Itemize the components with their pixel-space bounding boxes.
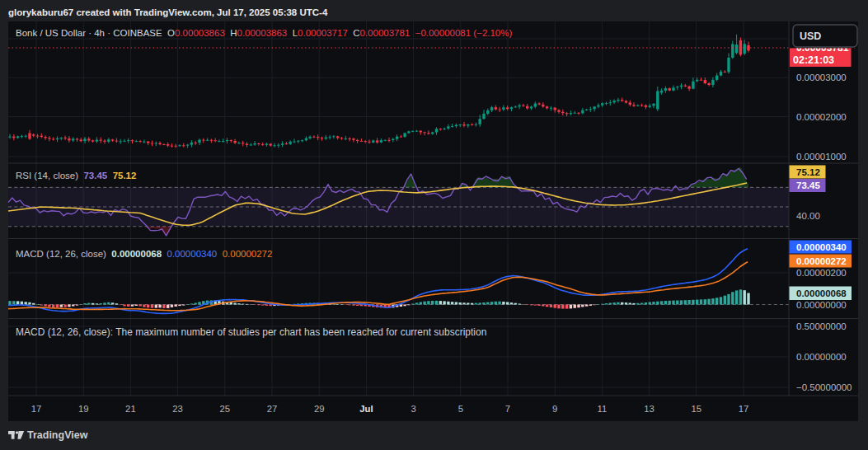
- svg-text:RSI (14, close) 73.45 75.12: RSI (14, close) 73.45 75.12: [16, 171, 136, 180]
- svg-text:0.00002000: 0.00002000: [796, 112, 847, 122]
- svg-text:−0.50000000: −0.50000000: [796, 382, 852, 392]
- svg-text:0.00000272: 0.00000272: [796, 256, 847, 266]
- svg-text:40.00: 40.00: [796, 211, 820, 221]
- svg-text:25: 25: [220, 404, 231, 414]
- svg-text:9: 9: [552, 404, 557, 414]
- svg-text:17: 17: [739, 404, 749, 414]
- svg-text:USD: USD: [800, 30, 821, 42]
- svg-text:0.00000068: 0.00000068: [796, 288, 847, 298]
- svg-text:0.00000340: 0.00000340: [796, 242, 847, 252]
- svg-text:0.00000000: 0.00000000: [796, 352, 847, 362]
- svg-text:0.00003000: 0.00003000: [796, 73, 847, 82]
- svg-text:glorykaburu67 created with Tra: glorykaburu67 created with TradingView.c…: [8, 7, 328, 17]
- svg-text:Jul: Jul: [359, 404, 373, 414]
- svg-text:TradingView: TradingView: [27, 429, 88, 441]
- svg-text:13: 13: [644, 404, 655, 414]
- svg-text:MACD (12, 26, close) 0.000000: MACD (12, 26, close) 0.00000068 0.000003…: [16, 249, 272, 259]
- svg-text:15: 15: [692, 404, 702, 414]
- svg-text:29: 29: [314, 404, 325, 414]
- svg-text:0.00000200: 0.00000200: [796, 268, 847, 278]
- svg-text:73.45: 73.45: [796, 180, 820, 190]
- svg-text:7: 7: [505, 404, 510, 414]
- svg-text:0.00000000: 0.00000000: [796, 300, 847, 310]
- svg-text:27: 27: [267, 404, 278, 414]
- svg-text:11: 11: [598, 404, 608, 414]
- svg-text:0.50000000: 0.50000000: [796, 321, 847, 331]
- svg-text:0.00001000: 0.00001000: [796, 152, 847, 162]
- svg-text:19: 19: [78, 404, 89, 414]
- svg-text:3: 3: [411, 404, 415, 414]
- svg-text:17: 17: [31, 404, 42, 414]
- svg-text:23: 23: [172, 404, 183, 414]
- svg-text:21: 21: [125, 404, 136, 414]
- svg-text:MACD (12, 26, close): The maxi: MACD (12, 26, close): The maximum number…: [16, 326, 486, 338]
- svg-text:Bonk / US Dollar · 4h · COINBA: Bonk / US Dollar · 4h · COINBASE O0.0000…: [16, 28, 512, 38]
- svg-text:5: 5: [458, 404, 463, 414]
- svg-text:75.12: 75.12: [796, 167, 820, 177]
- svg-text:02:21:03: 02:21:03: [793, 54, 834, 66]
